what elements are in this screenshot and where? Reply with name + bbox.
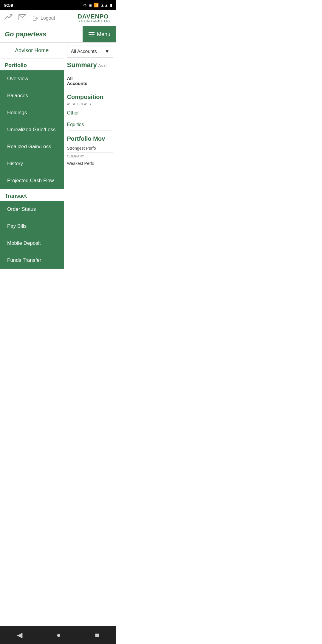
strongest-performer-label: Strongest Perfo bbox=[67, 144, 114, 153]
weakest-performer-label: Weakest Perfo bbox=[67, 159, 114, 168]
summary-section: Summary As of All Accounts bbox=[67, 61, 114, 89]
all-accounts-label: All Accounts bbox=[71, 49, 97, 54]
logout-button[interactable]: Logout bbox=[32, 15, 55, 21]
unrealized-gain-loss-menu-item[interactable]: Unrealized Gain/Loss bbox=[0, 121, 64, 138]
all-accounts-dropdown[interactable]: All Accounts ▼ bbox=[67, 46, 114, 58]
transact-section-label: Transact bbox=[0, 189, 64, 201]
holdings-menu-item[interactable]: Holdings bbox=[0, 104, 64, 121]
wifi-icon: 📶 bbox=[94, 3, 99, 7]
company-header: COMPANY bbox=[67, 153, 114, 159]
battery-icon: ▮ bbox=[110, 3, 112, 7]
brand-sub: BUILDING WEALTH TO... bbox=[78, 20, 112, 23]
logout-label: Logout bbox=[41, 16, 55, 21]
history-menu-item[interactable]: History bbox=[0, 155, 64, 172]
left-panel: Advisor Home Portfolio Overview Balances… bbox=[0, 43, 64, 269]
go-paperless-link[interactable]: Go paperless bbox=[0, 26, 83, 42]
settings-icon: ⚙ bbox=[83, 3, 87, 7]
summary-header: Summary As of bbox=[67, 61, 114, 69]
status-icons: ⚙ ▣ 📶 ▲▲ ▮ bbox=[83, 3, 112, 7]
status-time: 9:59 bbox=[4, 3, 13, 8]
summary-title: Summary bbox=[67, 61, 97, 69]
mail-icon[interactable] bbox=[18, 14, 26, 22]
asset-item-other[interactable]: Other bbox=[67, 107, 114, 119]
right-panel: All Accounts ▼ Summary As of All Account… bbox=[64, 43, 117, 269]
portfolio-movements-section: Portfolio Mov Strongest Perfo COMPANY We… bbox=[67, 135, 114, 168]
funds-transfer-menu-item[interactable]: Funds Transfer bbox=[0, 252, 64, 269]
brand-logo: DAVENPO BUILDING WEALTH TO... bbox=[78, 13, 112, 23]
menu-button[interactable]: Menu bbox=[83, 26, 116, 42]
projected-cash-flow-menu-item[interactable]: Projected Cash Flow bbox=[0, 172, 64, 189]
asset-class-header: ASSET CLASS bbox=[67, 102, 114, 107]
summary-divider bbox=[67, 71, 114, 71]
chart-icon[interactable] bbox=[4, 13, 13, 23]
top-nav: Logout DAVENPO BUILDING WEALTH TO... bbox=[0, 10, 116, 26]
portfolio-movements-title: Portfolio Mov bbox=[67, 135, 114, 142]
summary-as-of: As of bbox=[98, 63, 108, 68]
status-bar: 9:59 ⚙ ▣ 📶 ▲▲ ▮ bbox=[0, 0, 116, 10]
menu-label: Menu bbox=[97, 31, 110, 38]
realized-gain-loss-menu-item[interactable]: Realized Gain/Loss bbox=[0, 138, 64, 155]
hamburger-icon bbox=[89, 32, 95, 36]
portfolio-section-label: Portfolio bbox=[0, 59, 64, 70]
asset-item-equities[interactable]: Equities bbox=[67, 119, 114, 131]
advisor-home-link[interactable]: Advisor Home bbox=[0, 43, 64, 59]
dropdown-arrow-icon: ▼ bbox=[105, 49, 109, 54]
pay-bills-menu-item[interactable]: Pay Bills bbox=[0, 218, 64, 235]
brand-name: DAVENPO bbox=[78, 13, 112, 20]
balances-menu-item[interactable]: Balances bbox=[0, 87, 64, 104]
overview-menu-item[interactable]: Overview bbox=[0, 70, 64, 87]
composition-section: Composition ASSET CLASS Other Equities bbox=[67, 94, 114, 131]
all-accounts-summary-label: All Accounts bbox=[67, 73, 114, 89]
signal-icon: ▲▲ bbox=[100, 3, 108, 7]
mobile-deposit-menu-item[interactable]: Mobile Deposit bbox=[0, 235, 64, 252]
composition-title: Composition bbox=[67, 94, 114, 100]
order-status-menu-item[interactable]: Order Status bbox=[0, 201, 64, 218]
clipboard-icon: ▣ bbox=[89, 3, 92, 7]
main-layout: Advisor Home Portfolio Overview Balances… bbox=[0, 43, 116, 269]
second-nav: Go paperless Menu bbox=[0, 26, 116, 43]
